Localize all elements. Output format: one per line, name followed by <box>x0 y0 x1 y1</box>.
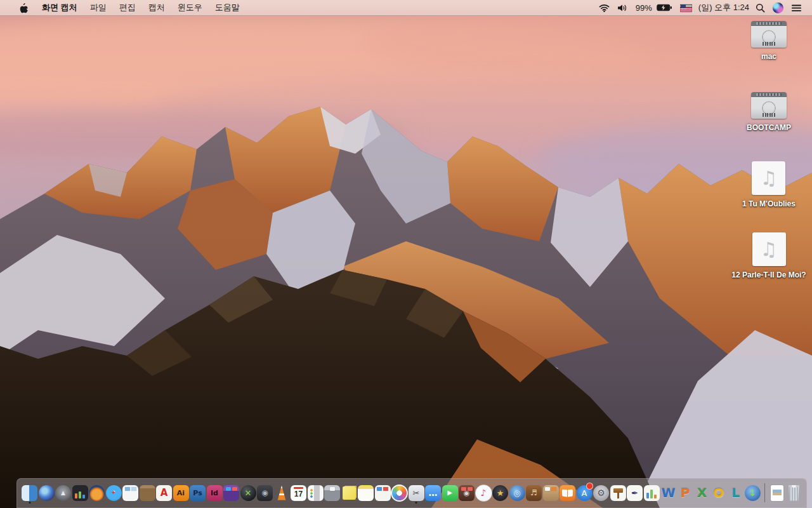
dock-pages[interactable]: ✒ <box>627 484 643 502</box>
audio-file-2-label: 12 Parle-T-Il De Moi? <box>731 271 806 279</box>
dock-vlc[interactable] <box>274 484 290 502</box>
desktop-icon-column: macBOOTCAMP1 Tu M'Oublies12 Parle-T-Il D… <box>730 19 808 304</box>
contacts-icon <box>140 485 155 501</box>
dock-lync[interactable]: L <box>728 484 743 502</box>
dock-notepad[interactable] <box>358 484 374 502</box>
menu-item-2[interactable]: 캡처 <box>142 3 171 12</box>
dock-finder[interactable] <box>22 484 37 502</box>
dock-launchpad[interactable]: ▲ <box>55 484 71 502</box>
audio-icon <box>752 161 785 195</box>
dock-illustrator[interactable]: Ai <box>173 484 189 502</box>
spotlight-icon <box>756 3 765 13</box>
clock-menu[interactable]: (일) 오후 1:24 <box>696 0 752 15</box>
safari-icon: ✦ <box>106 485 122 501</box>
wifi-menu[interactable] <box>595 0 613 15</box>
indesign-icon: Id <box>207 485 223 501</box>
outlook-icon: O <box>711 485 727 501</box>
dock-facetime[interactable]: ▶ <box>442 484 458 502</box>
dock-garageband[interactable]: ♬ <box>526 484 542 502</box>
dock-stickies[interactable] <box>341 484 357 502</box>
apple-icon <box>19 3 28 13</box>
dock-imovie[interactable]: ★ <box>492 484 508 502</box>
dock-outlook[interactable]: O <box>711 484 727 502</box>
menu-item-0[interactable]: 파일 <box>84 3 113 12</box>
corkboard-icon <box>543 485 559 501</box>
dock-grab[interactable]: ✂ <box>409 484 424 502</box>
dock-powerpoint[interactable]: P <box>678 484 693 502</box>
battery-menu[interactable]: 99% <box>632 0 676 15</box>
wallpaper-sierra-mountain <box>0 0 812 508</box>
desktop-icon-drive-bootcamp[interactable]: BOOTCAMP <box>747 90 791 161</box>
garageband-icon: ♬ <box>526 485 542 501</box>
itunes-icon: ♪ <box>475 485 492 502</box>
dock-ibooks[interactable] <box>560 484 575 502</box>
siri-icon <box>39 485 55 501</box>
dock-toast[interactable] <box>223 484 239 502</box>
dock: ▲✦AAiPsId✕◉17✂…▶◉♪★◎♬A⚙✒WPXOL↓ <box>16 478 807 508</box>
stickies-icon <box>343 486 356 500</box>
dock-reminders[interactable] <box>308 484 324 502</box>
dock-safari[interactable]: ✦ <box>106 484 122 502</box>
menu-item-3[interactable]: 윈도우 <box>171 3 209 12</box>
dock-excel[interactable]: X <box>694 484 710 502</box>
menu-item-1[interactable]: 편집 <box>113 3 142 12</box>
siri-menu[interactable] <box>769 0 787 15</box>
dock-corkboard[interactable] <box>543 484 559 502</box>
clock-text: (일) 오후 1:24 <box>698 2 749 13</box>
dock-download-manager[interactable]: ↓ <box>745 484 761 502</box>
desktop-icon-drive-mac[interactable]: mac <box>751 19 787 90</box>
apple-menu[interactable] <box>11 3 36 13</box>
reminders-icon <box>308 485 324 501</box>
input-source-menu[interactable] <box>676 0 696 15</box>
dock-numbers[interactable] <box>644 484 660 502</box>
dock-word[interactable]: W <box>660 484 676 502</box>
dock-indesign[interactable]: Id <box>207 484 223 502</box>
dock-messages[interactable]: … <box>425 484 441 502</box>
finder-icon <box>22 485 37 501</box>
dock-itunes[interactable]: ♪ <box>476 484 492 502</box>
drive-icon <box>751 92 787 119</box>
document-file-icon <box>771 485 783 501</box>
spotlight-menu[interactable] <box>752 0 769 15</box>
dock-image-capture[interactable] <box>375 484 391 502</box>
drive-icon <box>751 21 787 48</box>
dock-mission-control[interactable] <box>72 484 88 502</box>
siri-icon <box>773 3 783 13</box>
desktop-icon-audio-file-2[interactable]: 12 Parle-T-Il De Moi? <box>731 232 806 304</box>
trash-icon <box>788 485 800 501</box>
dock-keynote[interactable] <box>610 484 626 502</box>
dock-system-preferences[interactable]: ⚙ <box>593 484 609 502</box>
desktop-icon-audio-file-1[interactable]: 1 Tu M'Oublies <box>742 161 796 232</box>
ibooks-icon <box>560 485 575 501</box>
dock-photos[interactable] <box>391 484 407 502</box>
imovie-icon: ★ <box>492 485 508 501</box>
photos-icon <box>391 485 408 502</box>
dock-firefox[interactable] <box>89 484 105 502</box>
photoshop-icon: Ps <box>190 485 206 501</box>
dock-external-drive[interactable]: ◉ <box>257 484 273 502</box>
dock-trash[interactable] <box>786 484 802 502</box>
dock-acrobat[interactable]: A <box>156 484 172 502</box>
dock-x-app[interactable]: ✕ <box>240 484 256 502</box>
dock-app-store[interactable]: A <box>577 484 593 502</box>
notification-center-menu[interactable] <box>787 0 806 15</box>
menu-bar: 화면 캡처 파일편집캡처윈도우도움말 99% <box>0 0 812 16</box>
dock-calendar[interactable]: 17 <box>291 484 306 502</box>
firefox-icon <box>89 485 105 501</box>
toast-icon <box>223 485 239 501</box>
dock-archive-box[interactable] <box>324 484 340 502</box>
dock-photo-booth[interactable]: ◉ <box>459 484 475 502</box>
dock-document-file[interactable] <box>769 484 785 502</box>
keynote-icon <box>610 485 626 501</box>
dock-preview[interactable] <box>122 484 138 502</box>
wifi-icon <box>599 4 610 12</box>
dock-photoshop[interactable]: Ps <box>190 484 206 502</box>
dock-dvd-player[interactable]: ◎ <box>509 484 525 502</box>
active-app-menu[interactable]: 화면 캡처 <box>36 2 84 13</box>
dock-siri[interactable] <box>39 484 55 502</box>
dock-contacts[interactable] <box>140 484 155 502</box>
app-store-badge <box>586 483 593 490</box>
volume-menu[interactable] <box>613 0 632 15</box>
menu-item-4[interactable]: 도움말 <box>209 3 246 12</box>
notification-center-icon <box>791 4 802 12</box>
